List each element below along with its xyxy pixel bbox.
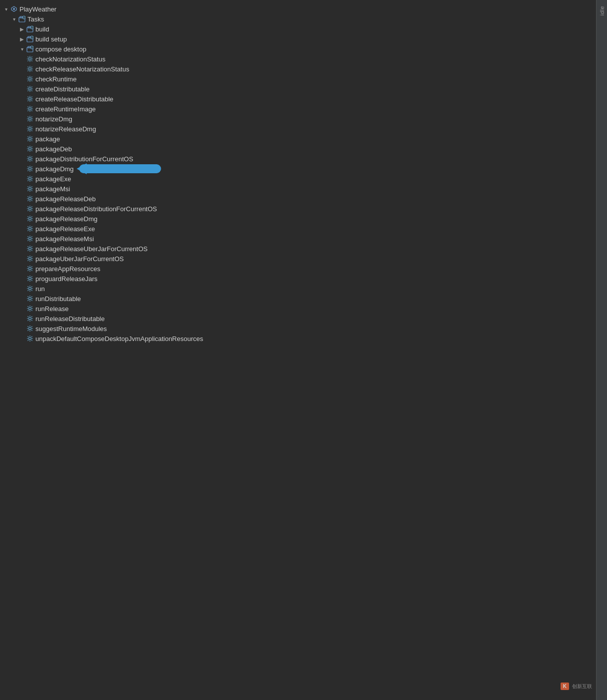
svg-line-137 (31, 190, 32, 191)
tree-item-task[interactable]: runRelease (0, 304, 596, 314)
build-setup-folder-icon (26, 35, 34, 43)
tree-item-task[interactable]: packageDistributionForCurrentOS (0, 154, 596, 164)
svg-line-29 (31, 70, 32, 71)
svg-line-39 (31, 77, 32, 77)
svg-line-219 (31, 277, 32, 277)
tree-item-task[interactable]: runDistributable (0, 294, 596, 304)
svg-line-147 (31, 197, 32, 197)
svg-line-156 (31, 207, 32, 207)
svg-line-84 (31, 127, 32, 127)
compose-desktop-label: compose desktop (35, 45, 86, 53)
svg-line-120 (31, 167, 32, 167)
tree-item-playweather[interactable]: ▾ PlayWeather (0, 4, 596, 14)
svg-line-127 (28, 177, 28, 177)
svg-line-211 (28, 270, 28, 271)
svg-line-200 (31, 260, 32, 261)
tree-item-task[interactable]: suggestRuntimeModules (0, 324, 596, 334)
tree-item-compose-desktop[interactable]: ▾ compose desktop (0, 44, 596, 54)
compose-desktop-folder-icon (26, 45, 34, 53)
svg-line-192 (31, 247, 32, 247)
gear-icon (26, 335, 34, 343)
task-label: createRuntimeImage (35, 105, 96, 113)
svg-line-19 (28, 57, 28, 57)
sidebar-label: idle (599, 6, 605, 15)
tree-item-task[interactable]: checkReleaseNotarizationStatus (0, 64, 596, 74)
tree-item-task[interactable]: notarizeDmg (0, 114, 596, 124)
svg-line-130 (28, 180, 28, 181)
svg-line-128 (31, 180, 32, 181)
gear-icon (26, 145, 34, 153)
gear-icon (26, 215, 34, 223)
tree-item-task[interactable]: packageDmg (0, 164, 596, 174)
gear-icon (26, 95, 34, 103)
svg-line-253 (28, 317, 28, 317)
tree-item-task[interactable]: proguardReleaseJars (0, 274, 596, 284)
tree-item-task[interactable]: notarizeReleaseDmg (0, 124, 596, 134)
tree-item-task[interactable]: prepareAppResources (0, 264, 596, 274)
svg-line-103 (28, 150, 28, 151)
svg-point-212 (29, 278, 31, 280)
playweather-label: PlayWeather (19, 5, 56, 13)
tree-item-task[interactable]: packageReleaseMsi (0, 234, 596, 244)
tree-item-task[interactable]: createRuntimeImage (0, 104, 596, 114)
svg-point-194 (29, 258, 31, 260)
task-label: packageMsi (35, 185, 70, 193)
svg-point-185 (29, 248, 31, 250)
svg-line-22 (28, 60, 28, 61)
svg-line-244 (28, 307, 28, 307)
tree-item-task[interactable]: createReleaseDistributable (0, 94, 596, 104)
tree-item-task[interactable]: packageUberJarForCurrentOS (0, 254, 596, 264)
gear-icon (26, 135, 34, 143)
tree-item-tasks[interactable]: ▾ Tasks (0, 14, 596, 24)
tree-item-task[interactable]: package (0, 134, 596, 144)
svg-line-102 (31, 147, 32, 147)
svg-point-167 (29, 228, 31, 230)
svg-line-247 (28, 310, 28, 311)
watermark-badge: K (561, 683, 569, 690)
tree-item-task[interactable]: runReleaseDistributable (0, 314, 596, 324)
gear-icon (26, 175, 34, 183)
task-label: packageReleaseUberJarForCurrentOS (35, 245, 148, 253)
tree-item-task[interactable]: unpackDefaultComposeDesktopJvmApplicatio… (0, 334, 596, 344)
tree-item-task[interactable]: packageReleaseUberJarForCurrentOS (0, 244, 596, 254)
svg-line-183 (31, 237, 32, 237)
svg-line-82 (28, 127, 28, 127)
tree-item-task[interactable]: packageMsi (0, 184, 596, 194)
tree-item-task[interactable]: packageExe (0, 174, 596, 184)
svg-line-165 (31, 217, 32, 217)
task-label: createReleaseDistributable (35, 95, 113, 103)
svg-line-164 (31, 220, 32, 221)
task-label: packageReleaseDeb (35, 195, 96, 203)
tree-item-task[interactable]: packageReleaseDmg (0, 214, 596, 224)
task-label: packageUberJarForCurrentOS (35, 255, 124, 263)
svg-point-158 (29, 218, 31, 220)
svg-line-193 (28, 250, 28, 251)
tree-item-task[interactable]: packageDeb (0, 144, 596, 154)
svg-line-218 (31, 280, 32, 281)
svg-point-266 (29, 338, 31, 340)
tree-item-task[interactable]: packageReleaseDistributionForCurrentOS (0, 204, 596, 214)
svg-line-265 (28, 330, 28, 331)
svg-point-41 (29, 88, 31, 90)
svg-line-191 (31, 250, 32, 251)
tree-item-task[interactable]: checkRuntime (0, 74, 596, 84)
svg-line-64 (28, 107, 28, 107)
svg-line-255 (31, 317, 32, 317)
svg-line-74 (31, 120, 32, 121)
svg-line-30 (31, 67, 32, 67)
svg-line-57 (31, 97, 32, 97)
svg-line-121 (28, 170, 28, 171)
tree-item-build-setup[interactable]: ▶ build setup (0, 34, 596, 44)
task-label: runReleaseDistributable (35, 315, 105, 323)
tree-item-task[interactable]: createDistributable (0, 84, 596, 94)
svg-line-181 (28, 237, 28, 237)
task-label: proguardReleaseJars (35, 275, 97, 283)
tree-item-task[interactable]: run (0, 284, 596, 294)
svg-line-163 (28, 217, 28, 217)
svg-point-104 (29, 158, 31, 160)
tree-item-build[interactable]: ▶ build (0, 24, 596, 34)
tree-item-task[interactable]: packageReleaseDeb (0, 194, 596, 204)
tree-item-task[interactable]: packageReleaseExe (0, 224, 596, 234)
tree-item-task[interactable]: checkNotarizationStatus (0, 54, 596, 64)
svg-line-48 (31, 87, 32, 87)
